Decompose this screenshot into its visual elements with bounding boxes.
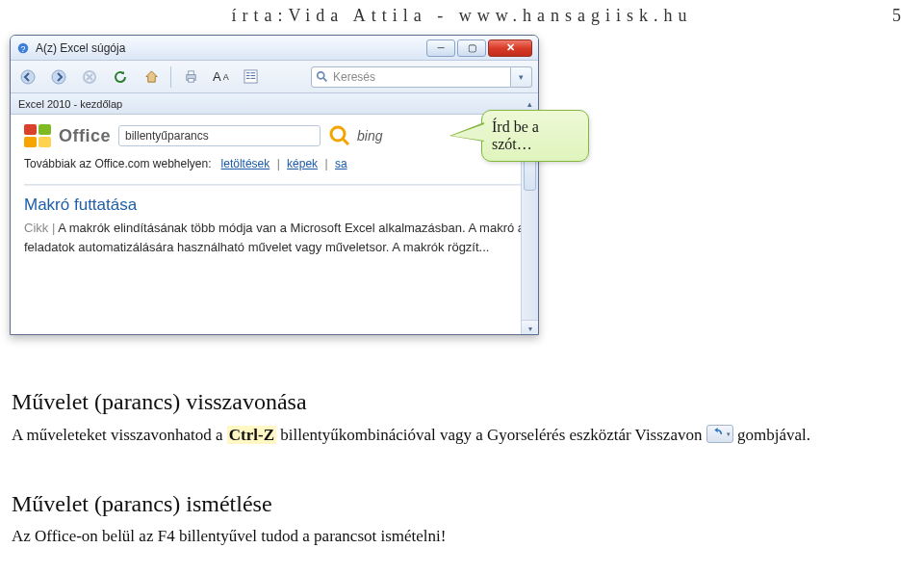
back-button[interactable] [16,65,39,89]
paragraph-undo: A műveleteket visszavonhatod a Ctrl-Z bi… [12,424,810,447]
svg-rect-6 [188,71,193,75]
svg-point-10 [331,127,345,141]
font-size-button[interactable]: AA [210,65,232,89]
page-number: 5 [892,6,903,26]
more-prefix: Továbbiak az Office.com webhelyen: [24,157,212,170]
search-icon [316,70,329,84]
maximize-button[interactable]: ▢ [457,39,486,57]
header-author: írta:Vida Attila - www.hansagiisk.hu [231,6,692,25]
refresh-button[interactable] [109,65,132,89]
lens-icon[interactable] [328,124,351,147]
help-app-icon: ? [16,41,30,55]
toolbar-separator [170,66,171,88]
article-type-label: Cikk [24,221,48,235]
undo-key: Ctrl-Z [229,426,274,444]
svg-rect-8 [244,70,257,83]
help-search-dropdown[interactable]: ▾ [511,66,532,88]
window-title: A(z) Excel súgója [36,41,424,55]
svg-point-9 [318,71,324,78]
scroll-down-button[interactable]: ▾ [522,320,538,335]
callout-tooltip: Írd be a szót… [481,110,589,162]
svg-rect-7 [188,78,193,82]
link-templates[interactable]: sa [335,157,347,170]
home-button[interactable] [140,65,163,89]
breadcrumb-bar[interactable]: Excel 2010 - kezdőlap ▴ [11,93,538,115]
callout-line2: szót… [492,136,578,153]
titlebar: ? A(z) Excel súgója ─ ▢ ✕ [11,36,538,61]
print-button[interactable] [179,65,202,89]
help-content-pane: Office billentyűparancs bing Továbbiak a… [11,115,538,335]
undo-icon: ▾ [706,425,733,443]
link-sep: | [324,157,327,170]
svg-point-3 [52,70,65,84]
help-search: Keresés ▾ [311,66,532,88]
chevron-up-icon: ▴ [527,99,532,109]
excel-help-window: ? A(z) Excel súgója ─ ▢ ✕ AA [10,35,539,335]
link-images[interactable]: képek [287,157,318,170]
page-header: írta:Vida Attila - www.hansagiisk.hu 5 [0,6,924,26]
more-links-row: Továbbiak az Office.com webhelyen: letöl… [24,157,526,170]
undo-text-3: gombjával. [733,426,810,444]
breadcrumb-text: Excel 2010 - kezdőlap [18,98,122,110]
toc-button[interactable] [240,65,263,89]
heading-undo: Művelet (parancs) visszavonása [12,389,307,415]
help-toolbar: AA Keresés ▾ [11,61,538,93]
close-button[interactable]: ✕ [488,39,532,57]
help-search-input[interactable]: Keresés [311,66,511,88]
forward-button[interactable] [47,65,70,89]
office-search-input[interactable]: billentyűparancs [118,125,321,146]
svg-point-2 [21,70,35,84]
svg-text:?: ? [21,43,26,53]
office-logo-icon [24,124,51,147]
article-text: A makrók elindításának több módja van a … [24,221,525,254]
callout-line1: Írd be a [492,118,578,136]
article-title[interactable]: Makró futtatása [24,196,526,215]
divider [24,184,526,186]
heading-redo: Művelet (parancs) ismétlése [12,491,272,517]
paragraph-redo: Az Office-on belül az F4 billentyűvel tu… [12,525,446,548]
undo-text-1: A műveleteket visszavonhatod a [12,426,227,444]
link-downloads[interactable]: letöltések [221,157,270,170]
callout-tail-icon [449,122,484,142]
office-brand-label: Office [59,126,111,146]
link-sep: | [277,157,280,170]
bing-label: bing [357,128,382,144]
article-body: Cikk | A makrók elindításának több módja… [24,219,526,256]
help-search-placeholder: Keresés [333,70,375,84]
minimize-button[interactable]: ─ [426,39,455,57]
stop-button[interactable] [78,65,101,89]
undo-text-2: billentyűkombinációval vagy a Gyorseléré… [276,426,706,444]
